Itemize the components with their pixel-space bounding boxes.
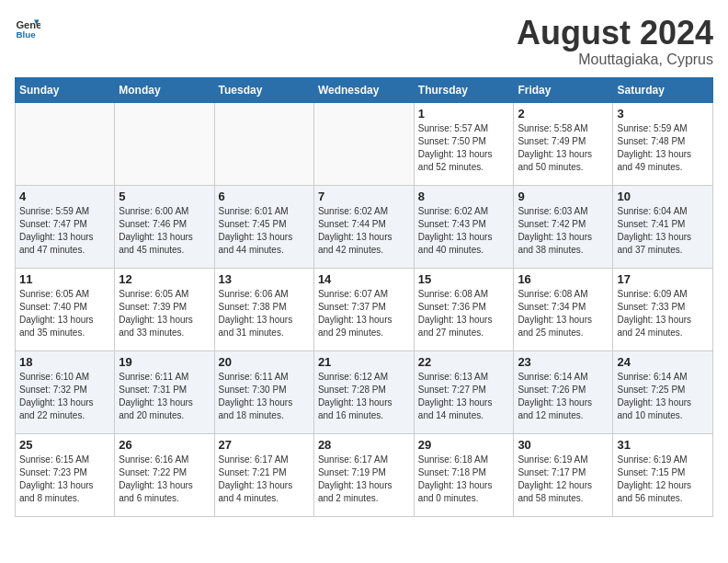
cell-info: Sunrise: 6:00 AM Sunset: 7:46 PM Dayligh… — [119, 205, 210, 257]
logo: General Blue — [15, 15, 40, 40]
cell-info: Sunrise: 6:08 AM Sunset: 7:34 PM Dayligh… — [518, 288, 609, 339]
week-row-2: 4Sunrise: 5:59 AM Sunset: 7:47 PM Daylig… — [16, 185, 713, 268]
cell-info: Sunrise: 6:11 AM Sunset: 7:30 PM Dayligh… — [219, 371, 310, 422]
calendar-cell: 3Sunrise: 5:59 AM Sunset: 7:48 PM Daylig… — [613, 102, 713, 185]
cell-info: Sunrise: 6:17 AM Sunset: 7:19 PM Dayligh… — [318, 454, 410, 505]
calendar-cell: 31Sunrise: 6:19 AM Sunset: 7:15 PM Dayli… — [613, 433, 713, 516]
cell-info: Sunrise: 6:19 AM Sunset: 7:15 PM Dayligh… — [617, 454, 709, 505]
calendar-cell — [214, 102, 313, 185]
calendar-cell: 16Sunrise: 6:08 AM Sunset: 7:34 PM Dayli… — [514, 268, 613, 350]
calendar-cell: 27Sunrise: 6:17 AM Sunset: 7:21 PM Dayli… — [214, 433, 313, 516]
calendar-cell: 28Sunrise: 6:17 AM Sunset: 7:19 PM Dayli… — [313, 433, 414, 516]
day-number: 30 — [518, 438, 609, 452]
cell-info: Sunrise: 6:05 AM Sunset: 7:39 PM Dayligh… — [119, 288, 210, 339]
day-number: 2 — [518, 107, 609, 121]
calendar-cell: 10Sunrise: 6:04 AM Sunset: 7:41 PM Dayli… — [613, 185, 713, 268]
calendar-cell — [115, 102, 214, 185]
calendar-cell — [16, 102, 115, 185]
cell-info: Sunrise: 6:18 AM Sunset: 7:18 PM Dayligh… — [418, 454, 510, 505]
weekday-header-thursday: Thursday — [414, 77, 514, 102]
weekday-header-monday: Monday — [115, 77, 214, 102]
calendar-cell: 15Sunrise: 6:08 AM Sunset: 7:36 PM Dayli… — [414, 268, 514, 350]
cell-info: Sunrise: 5:59 AM Sunset: 7:47 PM Dayligh… — [19, 205, 110, 257]
cell-info: Sunrise: 6:13 AM Sunset: 7:27 PM Dayligh… — [418, 371, 510, 422]
page-header: General Blue August 2024 Mouttagiaka, Cy… — [15, 15, 713, 68]
calendar-cell: 7Sunrise: 6:02 AM Sunset: 7:44 PM Daylig… — [313, 185, 414, 268]
location-subtitle: Mouttagiaka, Cyprus — [517, 52, 713, 68]
day-number: 3 — [617, 107, 709, 121]
calendar-cell: 25Sunrise: 6:15 AM Sunset: 7:23 PM Dayli… — [16, 433, 115, 516]
day-number: 10 — [617, 190, 709, 203]
day-number: 14 — [318, 272, 410, 286]
day-number: 23 — [518, 355, 609, 369]
calendar-table: SundayMondayTuesdayWednesdayThursdayFrid… — [15, 77, 713, 517]
week-row-4: 18Sunrise: 6:10 AM Sunset: 7:32 PM Dayli… — [16, 350, 713, 433]
cell-info: Sunrise: 6:02 AM Sunset: 7:44 PM Dayligh… — [318, 205, 410, 257]
week-row-5: 25Sunrise: 6:15 AM Sunset: 7:23 PM Dayli… — [16, 433, 713, 516]
weekday-header-saturday: Saturday — [613, 77, 713, 102]
cell-info: Sunrise: 5:57 AM Sunset: 7:50 PM Dayligh… — [418, 122, 510, 174]
cell-info: Sunrise: 6:11 AM Sunset: 7:31 PM Dayligh… — [119, 371, 210, 422]
cell-info: Sunrise: 6:06 AM Sunset: 7:38 PM Dayligh… — [219, 288, 310, 339]
cell-info: Sunrise: 6:03 AM Sunset: 7:42 PM Dayligh… — [518, 205, 609, 257]
day-number: 25 — [19, 438, 110, 452]
day-number: 21 — [318, 355, 410, 369]
cell-info: Sunrise: 6:12 AM Sunset: 7:28 PM Dayligh… — [318, 371, 410, 422]
weekday-header-sunday: Sunday — [16, 77, 115, 102]
week-row-1: 1Sunrise: 5:57 AM Sunset: 7:50 PM Daylig… — [16, 102, 713, 185]
weekday-header-tuesday: Tuesday — [214, 77, 313, 102]
day-number: 5 — [119, 190, 210, 203]
cell-info: Sunrise: 6:16 AM Sunset: 7:22 PM Dayligh… — [119, 454, 210, 505]
calendar-cell: 23Sunrise: 6:14 AM Sunset: 7:26 PM Dayli… — [514, 350, 613, 433]
logo-icon: General Blue — [15, 15, 40, 40]
day-number: 4 — [19, 190, 110, 203]
calendar-cell: 5Sunrise: 6:00 AM Sunset: 7:46 PM Daylig… — [115, 185, 214, 268]
calendar-cell: 12Sunrise: 6:05 AM Sunset: 7:39 PM Dayli… — [115, 268, 214, 350]
calendar-cell: 6Sunrise: 6:01 AM Sunset: 7:45 PM Daylig… — [214, 185, 313, 268]
calendar-cell: 14Sunrise: 6:07 AM Sunset: 7:37 PM Dayli… — [313, 268, 414, 350]
calendar-cell: 22Sunrise: 6:13 AM Sunset: 7:27 PM Dayli… — [414, 350, 514, 433]
calendar-cell: 13Sunrise: 6:06 AM Sunset: 7:38 PM Dayli… — [214, 268, 313, 350]
cell-info: Sunrise: 5:58 AM Sunset: 7:49 PM Dayligh… — [518, 122, 609, 174]
cell-info: Sunrise: 6:14 AM Sunset: 7:26 PM Dayligh… — [518, 371, 609, 422]
day-number: 7 — [318, 190, 410, 203]
cell-info: Sunrise: 6:07 AM Sunset: 7:37 PM Dayligh… — [318, 288, 410, 339]
day-number: 18 — [19, 355, 110, 369]
calendar-cell: 19Sunrise: 6:11 AM Sunset: 7:31 PM Dayli… — [115, 350, 214, 433]
title-block: August 2024 Mouttagiaka, Cyprus — [517, 15, 713, 68]
month-year-title: August 2024 — [517, 15, 713, 52]
calendar-cell: 8Sunrise: 6:02 AM Sunset: 7:43 PM Daylig… — [414, 185, 514, 268]
calendar-cell: 30Sunrise: 6:19 AM Sunset: 7:17 PM Dayli… — [514, 433, 613, 516]
day-number: 22 — [418, 355, 510, 369]
calendar-cell: 2Sunrise: 5:58 AM Sunset: 7:49 PM Daylig… — [514, 102, 613, 185]
day-number: 29 — [418, 438, 510, 452]
day-number: 1 — [418, 107, 510, 121]
day-number: 12 — [119, 272, 210, 286]
calendar-cell: 18Sunrise: 6:10 AM Sunset: 7:32 PM Dayli… — [16, 350, 115, 433]
day-number: 20 — [219, 355, 310, 369]
day-number: 26 — [119, 438, 210, 452]
calendar-cell: 1Sunrise: 5:57 AM Sunset: 7:50 PM Daylig… — [414, 102, 514, 185]
calendar-cell: 21Sunrise: 6:12 AM Sunset: 7:28 PM Dayli… — [313, 350, 414, 433]
cell-info: Sunrise: 6:17 AM Sunset: 7:21 PM Dayligh… — [219, 454, 310, 505]
calendar-cell: 4Sunrise: 5:59 AM Sunset: 7:47 PM Daylig… — [16, 185, 115, 268]
svg-text:Blue: Blue — [16, 29, 36, 40]
day-number: 28 — [318, 438, 410, 452]
calendar-cell: 11Sunrise: 6:05 AM Sunset: 7:40 PM Dayli… — [16, 268, 115, 350]
weekday-header-wednesday: Wednesday — [313, 77, 414, 102]
day-number: 9 — [518, 190, 609, 203]
cell-info: Sunrise: 6:08 AM Sunset: 7:36 PM Dayligh… — [418, 288, 510, 339]
calendar-cell: 24Sunrise: 6:14 AM Sunset: 7:25 PM Dayli… — [613, 350, 713, 433]
calendar-cell: 20Sunrise: 6:11 AM Sunset: 7:30 PM Dayli… — [214, 350, 313, 433]
cell-info: Sunrise: 6:10 AM Sunset: 7:32 PM Dayligh… — [19, 371, 110, 422]
cell-info: Sunrise: 6:05 AM Sunset: 7:40 PM Dayligh… — [19, 288, 110, 339]
day-number: 31 — [617, 438, 709, 452]
day-number: 15 — [418, 272, 510, 286]
cell-info: Sunrise: 6:02 AM Sunset: 7:43 PM Dayligh… — [418, 205, 510, 257]
day-number: 13 — [219, 272, 310, 286]
day-number: 6 — [219, 190, 310, 203]
day-number: 27 — [219, 438, 310, 452]
day-number: 11 — [19, 272, 110, 286]
weekday-header-friday: Friday — [514, 77, 613, 102]
calendar-cell: 29Sunrise: 6:18 AM Sunset: 7:18 PM Dayli… — [414, 433, 514, 516]
